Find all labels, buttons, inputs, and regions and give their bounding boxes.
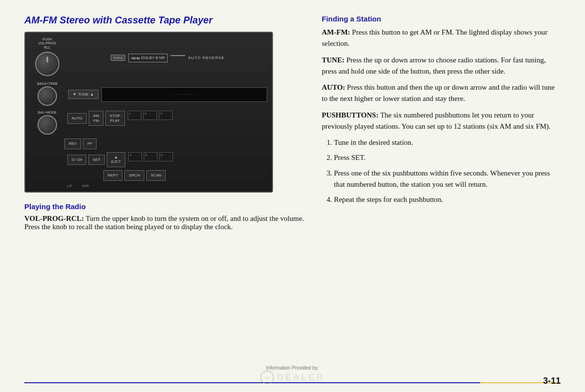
page: AM-FM Stereo with Cassette Tape Player P… <box>0 0 585 392</box>
radio-controls-row-3: Cr O# SET ▲EJCT 4 5 6 <box>30 152 267 167</box>
numbered-buttons-bottom: 4 5 6 <box>128 152 173 161</box>
radio-image: PUSHVOL/PROGRCL Select ⏮⏮ DOLBY B NR AUT… <box>24 32 273 193</box>
footer-center: Information Provided by: ◎ DEALER <box>260 365 325 384</box>
ejct-button[interactable]: ▲EJCT <box>107 152 125 167</box>
set-button[interactable]: SET <box>88 155 105 165</box>
vol-knob-area: PUSHVOL/PROGRCL <box>30 38 64 78</box>
tape-icon <box>171 55 185 61</box>
bass-knob-area: BASS+TREB <box>30 82 64 107</box>
rf-label: R/R <box>82 184 89 188</box>
lf-label: L/F <box>67 184 73 188</box>
button-4[interactable]: 4 <box>128 152 142 161</box>
tune-area: ▼ TUNE ▲ ————————— <box>68 87 267 102</box>
dealer-text: DEALER <box>277 372 325 383</box>
auto-button[interactable]: AUTO <box>67 113 87 124</box>
left-buttons: AUTO AMFM STOPPLAY <box>67 111 125 126</box>
dolby-label: DOLBY B NR <box>141 56 165 60</box>
tune-text: Press the up or down arrow to choose rad… <box>322 56 546 75</box>
scan-button[interactable]: SCAN <box>146 170 166 181</box>
rept-button[interactable]: REPT <box>103 170 122 181</box>
list-item: Repeat the steps for each pushbutton. <box>334 194 561 205</box>
radio-controls-row-4: REPT SRCH SCAN <box>30 170 267 181</box>
cro-button[interactable]: Cr O# <box>67 155 86 165</box>
list-item: Press SET. <box>334 152 561 163</box>
numbered-buttons-top: 1 2 3 <box>128 111 173 120</box>
cro-set-buttons: REV FF <box>64 138 97 149</box>
tune-label: TUNE <box>78 92 89 97</box>
amfm-paragraph: AM-FM: Press this button to get AM or FM… <box>322 27 561 50</box>
cro-set-section: Cr O# SET ▲EJCT <box>67 152 125 167</box>
dolby-box: ⏮⏮ DOLBY B NR <box>128 54 168 62</box>
footer-logo-row: ◎ DEALER <box>260 371 325 384</box>
vol-label: PUSHVOL/PROGRCL <box>30 38 64 50</box>
auto-label: AUTO: <box>322 83 345 91</box>
display-screen: ————————— <box>101 87 267 102</box>
left-column: AM-FM Stereo with Cassette Tape Player P… <box>24 15 307 365</box>
playing-radio-section: Playing the Radio VOL-PROG-RCL: Turn the… <box>24 202 307 231</box>
bal-knob-area: BAL+MODE <box>30 111 64 136</box>
pushbuttons-paragraph: PUSHBUTTONS: The six numbered pushbutton… <box>322 110 561 133</box>
tune-paragraph: TUNE: Press the up or down arrow to choo… <box>322 55 561 78</box>
auto-reverse-label: AUTO REVERSE <box>188 56 225 60</box>
button-5[interactable]: 5 <box>144 152 157 161</box>
button-1[interactable]: 1 <box>128 111 141 120</box>
ff-button[interactable]: FF <box>83 138 97 149</box>
auto-text: Press this button and then the up or dow… <box>322 83 555 102</box>
bass-label: BASS+TREB <box>30 82 64 85</box>
radio-controls-row-2: REV FF <box>30 138 267 149</box>
steps-list: Tune in the desired station. Press SET. … <box>322 137 561 205</box>
bal-knob <box>38 115 57 135</box>
radio-face: PUSHVOL/PROGRCL Select ⏮⏮ DOLBY B NR AUT… <box>25 33 272 192</box>
pushbuttons-label: PUSHBUTTONS: <box>322 111 378 119</box>
content-area: AM-FM Stereo with Cassette Tape Player P… <box>24 15 561 365</box>
tune-label-text: TUNE: <box>322 56 345 64</box>
dealer-logo-circle: ◎ <box>260 371 274 384</box>
button-3[interactable]: 3 <box>159 111 173 120</box>
vol-prog-rcl-label: VOL-PROG-RCL: <box>24 215 84 222</box>
button-2[interactable]: 2 <box>143 111 157 120</box>
radio-middle-row: BASS+TREB ▼ TUNE ▲ ————————— <box>30 82 267 107</box>
srch-button[interactable]: SRCH <box>124 170 144 181</box>
dealer-logo-icon: ◎ <box>265 375 269 380</box>
finding-station-title: Finding a Station <box>322 15 561 23</box>
vol-knob <box>35 52 59 76</box>
list-item: Tune in the desired station. <box>334 137 561 148</box>
rev-button[interactable]: REV <box>64 138 81 149</box>
vol-prog-rcl-paragraph: VOL-PROG-RCL: Turn the upper knob to tur… <box>24 215 307 231</box>
right-column: Finding a Station AM-FM: Press this butt… <box>322 15 561 365</box>
lf-rf-row: L/F R/R <box>30 184 267 188</box>
stop-play-button[interactable]: STOPPLAY <box>105 111 125 126</box>
page-number: 3-11 <box>543 376 561 386</box>
tune-button[interactable]: ▼ TUNE ▲ <box>68 90 98 99</box>
auto-paragraph: AUTO: Press this button and then the up … <box>322 82 561 105</box>
button-6[interactable]: 6 <box>159 152 173 161</box>
list-item: Press one of the six pushbuttons within … <box>334 168 561 191</box>
am-fm-button[interactable]: AMFM <box>89 111 103 126</box>
amfm-text: Press this button to get AM or FM. The l… <box>322 28 547 47</box>
footer-provided-by: Information Provided by: <box>266 365 319 371</box>
select-button[interactable]: Select <box>111 55 125 61</box>
dolby-area: Select ⏮⏮ DOLBY B NR AUTO REVERSE <box>68 54 267 62</box>
bal-label: BAL+MODE <box>30 111 64 114</box>
page-title: AM-FM Stereo with Cassette Tape Player <box>24 15 307 26</box>
radio-top-row: PUSHVOL/PROGRCL Select ⏮⏮ DOLBY B NR AUT… <box>30 38 267 78</box>
bass-knob <box>38 86 57 106</box>
playing-radio-title: Playing the Radio <box>24 202 307 211</box>
display-content: ————————— <box>174 92 195 97</box>
amfm-label: AM-FM: <box>322 28 350 36</box>
radio-controls-row-1: BAL+MODE AUTO AMFM STOPPLAY 1 2 3 <box>30 111 267 136</box>
footer: Information Provided by: ◎ DEALER 3-11 <box>24 365 561 392</box>
